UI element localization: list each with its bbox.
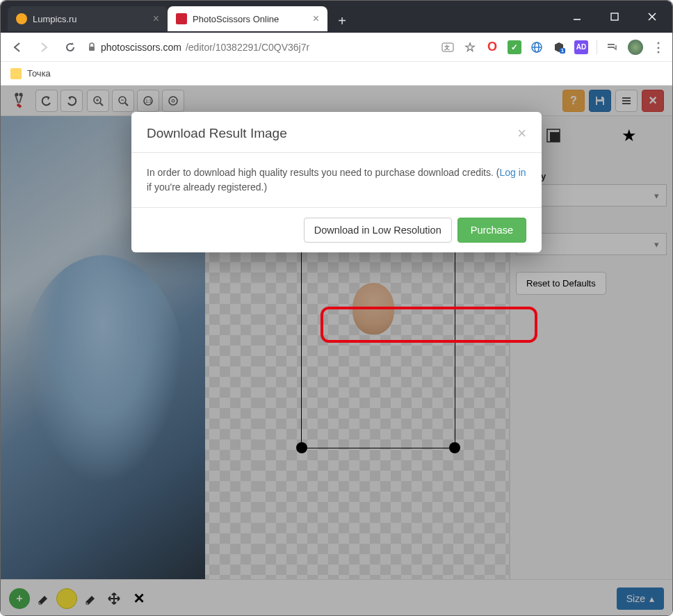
modal-title: Download Result Image — [147, 126, 287, 141]
tab-close-icon[interactable]: × — [313, 13, 319, 25]
lock-icon — [87, 42, 97, 52]
check-ext-icon[interactable]: ✓ — [508, 40, 521, 54]
modal-close-button[interactable]: × — [517, 124, 526, 143]
cube-ext-icon[interactable]: 1 — [552, 40, 566, 54]
modal-body: In order to download high quality result… — [131, 153, 542, 207]
folder-icon — [10, 68, 22, 79]
url-path: /editor/10382291/C0QV36j7r — [186, 42, 309, 53]
globe-icon[interactable] — [530, 40, 544, 54]
download-modal: Download Result Image × In order to down… — [131, 112, 542, 252]
maximize-button[interactable] — [604, 6, 625, 27]
bookmark-item[interactable]: Точка — [27, 68, 51, 79]
browser-tab-photoscissors[interactable]: PhotoScissors Online × — [168, 6, 327, 31]
avatar-icon[interactable] — [628, 40, 643, 55]
star-icon[interactable]: ☆ — [463, 40, 477, 54]
new-tab-button[interactable]: + — [332, 10, 352, 31]
svg-rect-12 — [608, 44, 615, 45]
tab-title: Lumpics.ru — [33, 14, 77, 24]
tab-close-icon[interactable]: × — [153, 13, 159, 25]
reload-button[interactable] — [60, 38, 80, 57]
extension-icons: 文 ☆ O ✓ 1 AD ⋮ — [441, 40, 665, 55]
app-content: 1:1 ? × ★ d undary 0 — [1, 86, 672, 616]
svg-rect-13 — [608, 47, 615, 48]
browser-tab-lumpics[interactable]: Lumpics.ru × — [8, 6, 168, 31]
address-field[interactable]: photoscissors.com/editor/10382291/C0QV36… — [87, 42, 434, 53]
modal-text: if you're already registered.) — [147, 181, 267, 193]
translate-icon[interactable]: 文 — [441, 40, 455, 54]
back-button[interactable] — [8, 38, 27, 57]
tab-title: PhotoScissors Online — [193, 14, 279, 24]
login-link[interactable]: Log in — [499, 167, 526, 178]
url-host: photoscissors.com — [101, 42, 181, 53]
ad-ext-icon[interactable]: AD — [574, 40, 588, 54]
menu-icon[interactable]: ⋮ — [651, 40, 665, 54]
svg-rect-1 — [611, 13, 618, 20]
url-bar: photoscissors.com/editor/10382291/C0QV36… — [1, 33, 672, 62]
media-icon[interactable] — [606, 40, 619, 54]
bookmarks-bar: Точка — [1, 62, 672, 86]
minimize-button[interactable] — [567, 6, 587, 27]
purchase-button[interactable]: Purchase — [457, 218, 526, 243]
modal-text: In order to download high quality result… — [147, 167, 499, 178]
svg-text:文: 文 — [444, 44, 450, 51]
opera-icon[interactable]: O — [485, 40, 499, 54]
download-low-res-button[interactable]: Download in Low Resolution — [304, 218, 452, 243]
forward-button[interactable] — [34, 38, 54, 57]
close-window-button[interactable] — [642, 6, 663, 27]
svg-text:1: 1 — [561, 48, 564, 53]
favicon-icon — [16, 13, 27, 24]
svg-rect-4 — [89, 47, 95, 51]
favicon-icon — [176, 13, 187, 24]
